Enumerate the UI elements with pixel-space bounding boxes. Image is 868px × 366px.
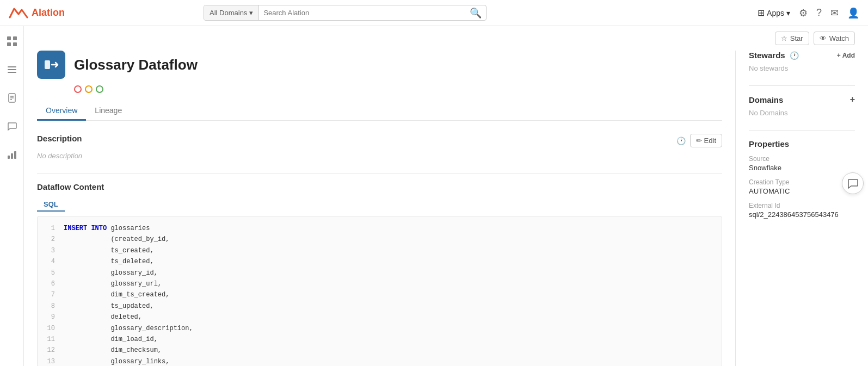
description-actions: 🕐 ✏ Edit: [676, 134, 722, 147]
entity-title: Glossary Dataflow: [74, 57, 198, 73]
description-label: Description: [37, 134, 82, 143]
dot-red: [74, 85, 82, 93]
search-input-wrap: [259, 9, 470, 17]
entity-dots: [74, 85, 722, 93]
edit-icon: ✏: [696, 137, 702, 145]
star-label: Star: [790, 34, 803, 42]
sidebar-item-analytics[interactable]: [3, 146, 21, 163]
logo[interactable]: Alation: [9, 5, 65, 21]
properties-label: Properties: [749, 139, 789, 148]
dataflow-content-label: Dataflow Content: [37, 182, 722, 191]
add-steward-button[interactable]: + Add: [837, 52, 855, 59]
domains-label: Domains: [749, 95, 783, 104]
creation-type-label: Creation Type: [749, 178, 855, 186]
code-line-5: 5 glossary_id,: [44, 268, 715, 278]
sidebar-item-search[interactable]: [3, 33, 21, 50]
help-icon[interactable]: ?: [816, 7, 822, 18]
chevron-down-icon: ▾: [249, 9, 253, 17]
stewards-title-row: Stewards 🕐 + Add: [749, 51, 855, 60]
source-label: Source: [749, 155, 855, 163]
top-navigation: Alation All Domains ▾ 🔍 ⊞ Apps ▾ ⚙ ? ✉ 👤: [0, 0, 868, 26]
external-id-value: sql/2_224386453756543476: [749, 210, 855, 219]
no-domains: No Domains: [749, 109, 855, 117]
properties-section: Properties Source Snowflake Creation Typ…: [749, 139, 855, 219]
notifications-icon[interactable]: ✉: [830, 7, 839, 19]
settings-icon[interactable]: ⚙: [799, 7, 808, 19]
code-line-3: 3 ts_created,: [44, 245, 715, 256]
code-line-11: 11 dim_load_id,: [44, 334, 715, 345]
source-value: Snowflake: [749, 164, 855, 172]
apps-label: Apps: [767, 9, 784, 17]
left-sidebar: [0, 26, 24, 366]
sql-tab[interactable]: SQL: [37, 198, 65, 212]
svg-rect-4: [8, 66, 16, 67]
svg-rect-1: [13, 36, 17, 40]
creation-type-value: AUTOMATIC: [749, 187, 855, 195]
code-line-7: 7 dim_ts_created,: [44, 289, 715, 300]
user-icon[interactable]: 👤: [847, 7, 859, 19]
history-icon[interactable]: 🕐: [676, 137, 686, 145]
stewards-section: Stewards 🕐 + Add No stewards: [749, 51, 855, 72]
no-description: No description: [37, 152, 722, 160]
chat-bubble-button[interactable]: [842, 172, 864, 194]
search-icon[interactable]: 🔍: [470, 7, 486, 19]
code-line-8: 8 ts_updated,: [44, 301, 715, 312]
chevron-down-icon: ▾: [786, 9, 790, 17]
code-line-6: 6 glossary_url,: [44, 278, 715, 289]
main-content: ☆ Star 👁 Watch Glossary Dataflow: [24, 26, 868, 366]
code-line-9: 9 deleted,: [44, 312, 715, 322]
svg-rect-0: [7, 36, 11, 40]
star-button[interactable]: ☆ Star: [775, 32, 809, 45]
dot-green: [96, 85, 103, 93]
star-icon: ☆: [781, 34, 787, 42]
entity-icon: [37, 51, 65, 79]
description-section-header: Description 🕐 ✏ Edit: [37, 134, 722, 147]
stewards-label: Stewards: [749, 51, 785, 60]
domains-title-row: Domains +: [749, 95, 855, 104]
svg-rect-12: [11, 153, 13, 159]
svg-rect-2: [7, 42, 11, 46]
domain-label: All Domains: [210, 9, 247, 17]
code-line-13: 13 glossary_links,: [44, 356, 715, 366]
content-area: Glossary Dataflow Overview Lineage Descr…: [24, 51, 868, 366]
code-line-4: 4 ts_deleted,: [44, 256, 715, 267]
add-domain-button[interactable]: +: [850, 95, 855, 104]
dot-orange: [85, 85, 93, 93]
stewards-history-icon[interactable]: 🕐: [790, 51, 799, 60]
svg-rect-6: [8, 72, 16, 73]
logo-text: Alation: [32, 7, 65, 18]
main-panel: Glossary Dataflow Overview Lineage Descr…: [37, 51, 722, 366]
svg-rect-3: [13, 42, 17, 46]
tab-lineage[interactable]: Lineage: [86, 102, 131, 121]
edit-label: Edit: [704, 137, 716, 145]
watch-icon: 👁: [820, 34, 827, 42]
code-line-12: 12 dim_checksum,: [44, 345, 715, 356]
code-line-1: 1 INSERT INTO glossaries: [44, 223, 715, 234]
domains-section: Domains + No Domains: [749, 95, 855, 117]
code-block: 1 INSERT INTO glossaries 2 (created_by_i…: [37, 216, 722, 366]
tab-bar: Overview Lineage: [37, 102, 722, 121]
watch-button[interactable]: 👁 Watch: [814, 32, 855, 45]
sidebar-item-documents[interactable]: [3, 89, 21, 107]
right-panel: Stewards 🕐 + Add No stewards Domains + N…: [735, 51, 855, 366]
tab-overview[interactable]: Overview: [37, 102, 86, 121]
svg-rect-11: [8, 156, 10, 159]
top-nav-right: ⊞ Apps ▾ ⚙ ? ✉ 👤: [758, 7, 859, 19]
watch-label: Watch: [829, 34, 849, 42]
svg-rect-13: [14, 151, 16, 159]
sidebar-item-conversations[interactable]: [3, 117, 21, 135]
code-line-2: 2 (created_by_id,: [44, 234, 715, 245]
properties-title: Properties: [749, 139, 855, 148]
search-bar: All Domains ▾ 🔍: [204, 5, 487, 21]
search-input[interactable]: [263, 9, 465, 17]
entity-header: Glossary Dataflow: [37, 51, 722, 79]
no-stewards: No stewards: [749, 64, 855, 72]
domain-selector[interactable]: All Domains ▾: [204, 5, 259, 20]
sidebar-item-catalog[interactable]: [3, 61, 21, 78]
svg-rect-14: [45, 60, 50, 69]
edit-button[interactable]: ✏ Edit: [690, 134, 722, 147]
apps-button[interactable]: ⊞ Apps ▾: [758, 8, 790, 18]
action-bar: ☆ Star 👁 Watch: [24, 26, 868, 51]
svg-rect-5: [8, 69, 16, 70]
code-line-10: 10 glossary_description,: [44, 323, 715, 334]
